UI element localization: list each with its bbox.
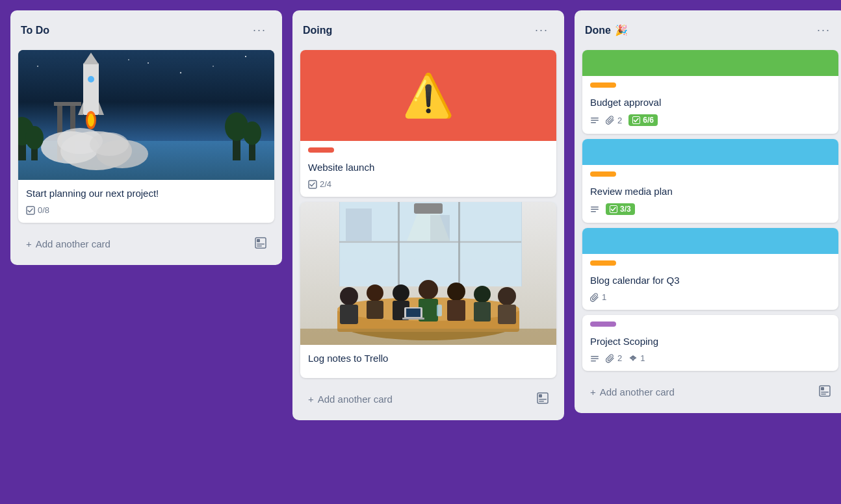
card-template-icon-doing xyxy=(537,392,549,406)
svg-rect-65 xyxy=(498,305,516,324)
lines-icon-media xyxy=(590,205,599,214)
add-card-label-done: Add another card xyxy=(600,386,675,397)
card-log-notes[interactable]: Log notes to Trello xyxy=(300,202,556,378)
column-menu-done[interactable]: ··· xyxy=(812,21,836,40)
card-start-planning[interactable]: Start planning our next project! 0/8 xyxy=(18,50,274,223)
card-cover-blue-media xyxy=(582,139,838,165)
card-blog-calendar[interactable]: Blog calendar for Q3 1 xyxy=(582,228,838,310)
card-meta-budget: 2 6/6 xyxy=(590,114,831,126)
svg-rect-75 xyxy=(539,399,547,400)
card-meta-website: 2/4 xyxy=(308,179,549,189)
column-todo: To Do ··· xyxy=(10,10,282,265)
attachment-icon-budget xyxy=(606,116,615,125)
svg-point-16 xyxy=(88,114,94,127)
checklist-value-website: 2/4 xyxy=(320,179,331,189)
svg-point-64 xyxy=(498,287,516,305)
svg-rect-72 xyxy=(300,329,556,345)
svg-point-54 xyxy=(367,284,383,301)
checklist-badge-value-budget: 6/6 xyxy=(643,116,654,125)
svg-point-20 xyxy=(25,126,44,149)
svg-rect-35 xyxy=(257,246,262,247)
card-label-orange-media xyxy=(590,171,616,177)
attachment-item-scoping: 2 xyxy=(606,353,622,363)
attachment-count-blog: 1 xyxy=(602,292,606,302)
attachment-icon-scoping xyxy=(606,354,615,363)
svg-rect-79 xyxy=(591,122,596,123)
lines-icon-scoping xyxy=(590,354,599,363)
svg-point-60 xyxy=(447,283,465,301)
dropbox-count-scoping: 1 xyxy=(640,353,645,363)
add-card-label: Add another card xyxy=(36,238,110,249)
svg-point-52 xyxy=(340,287,358,305)
card-meta-blog: 1 xyxy=(590,292,831,302)
card-website-launch[interactable]: ⚠️ Website launch 2/4 xyxy=(300,50,556,197)
card-review-media[interactable]: Review media plan 3 xyxy=(582,139,838,223)
svg-rect-44 xyxy=(458,202,460,286)
svg-rect-68 xyxy=(402,318,424,320)
checklist-badge-budget: 6/6 xyxy=(628,114,658,126)
column-title-text: To Do xyxy=(21,25,49,36)
card-body-planning: Start planning our next project! 0/8 xyxy=(18,180,274,223)
column-header-done: Done 🎉 ··· xyxy=(582,18,838,45)
card-template-icon-done xyxy=(819,385,831,399)
checklist-badge-media: 3/3 xyxy=(606,203,635,215)
svg-rect-46 xyxy=(339,241,521,243)
svg-rect-42 xyxy=(398,202,400,286)
svg-rect-77 xyxy=(591,118,599,119)
svg-point-58 xyxy=(419,280,438,299)
attachment-icon-blog xyxy=(590,293,599,302)
dropbox-item-scoping: 1 xyxy=(628,353,645,363)
svg-rect-94 xyxy=(821,392,829,393)
column-menu-todo[interactable]: ··· xyxy=(248,21,272,40)
add-card-button-done[interactable]: + Add another card xyxy=(582,379,838,405)
svg-rect-47 xyxy=(346,208,372,241)
card-label-red xyxy=(308,147,334,153)
add-card-button-todo[interactable]: + Add another card xyxy=(18,231,274,257)
svg-rect-78 xyxy=(591,120,599,121)
svg-point-28 xyxy=(213,66,214,67)
add-card-button-doing[interactable]: + Add another card xyxy=(300,386,556,412)
card-budget-approval[interactable]: Budget approval 2 xyxy=(582,50,838,134)
column-title-doing: Doing xyxy=(303,25,332,36)
svg-point-9 xyxy=(90,132,129,156)
column-menu-doing[interactable]: ··· xyxy=(530,21,554,40)
card-cover-blue-blog xyxy=(582,228,838,254)
checklist-badge-icon-media xyxy=(610,205,617,213)
card-project-scoping[interactable]: Project Scoping 2 xyxy=(582,315,838,371)
card-title-website: Website launch xyxy=(308,160,549,174)
column-title-text-doing: Doing xyxy=(303,25,332,36)
add-card-left-doing: + Add another card xyxy=(308,394,393,405)
card-body-budget: Budget approval 2 xyxy=(582,76,838,134)
checklist-badge-icon-budget xyxy=(632,116,640,124)
svg-point-25 xyxy=(148,62,149,64)
card-title-budget: Budget approval xyxy=(590,95,831,109)
meeting-svg xyxy=(300,202,556,345)
card-meta-scoping: 2 1 xyxy=(590,353,831,363)
svg-rect-82 xyxy=(591,209,599,210)
checklist-icon-website xyxy=(308,180,317,189)
svg-rect-93 xyxy=(821,387,824,390)
svg-rect-33 xyxy=(257,239,260,242)
dropbox-icon-scoping xyxy=(628,354,638,363)
card-title-blog: Blog calendar for Q3 xyxy=(590,273,831,287)
column-header-todo: To Do ··· xyxy=(18,18,274,45)
card-body-media: Review media plan 3 xyxy=(582,165,838,223)
svg-rect-61 xyxy=(447,300,465,321)
svg-point-30 xyxy=(37,66,38,67)
card-body-scoping: Project Scoping 2 xyxy=(582,315,838,371)
svg-rect-70 xyxy=(414,203,443,214)
svg-rect-69 xyxy=(437,305,442,316)
card-label-orange-budget xyxy=(590,82,616,88)
svg-rect-85 xyxy=(591,356,599,357)
attachment-count-scoping: 2 xyxy=(617,353,622,363)
card-label-orange-blog xyxy=(590,260,616,266)
svg-rect-74 xyxy=(539,394,542,397)
card-label-purple-scoping xyxy=(590,321,616,327)
column-emoji-done: 🎉 xyxy=(615,24,628,36)
card-image-meeting xyxy=(300,202,556,345)
svg-point-62 xyxy=(474,286,491,303)
attachment-item-blog: 1 xyxy=(590,292,606,302)
svg-rect-67 xyxy=(406,309,420,317)
svg-rect-45 xyxy=(460,202,522,286)
plus-icon-doing: + xyxy=(308,394,314,405)
